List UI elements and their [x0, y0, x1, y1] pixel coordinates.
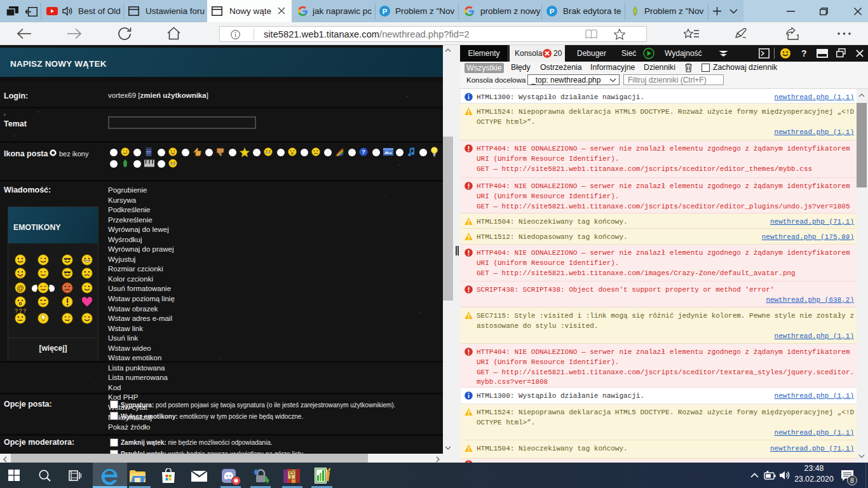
svg-text:?: ? [362, 149, 365, 155]
svg-text:@: @ [17, 283, 24, 292]
svg-text:P: P [550, 8, 555, 15]
svg-text:P: P [383, 8, 388, 15]
